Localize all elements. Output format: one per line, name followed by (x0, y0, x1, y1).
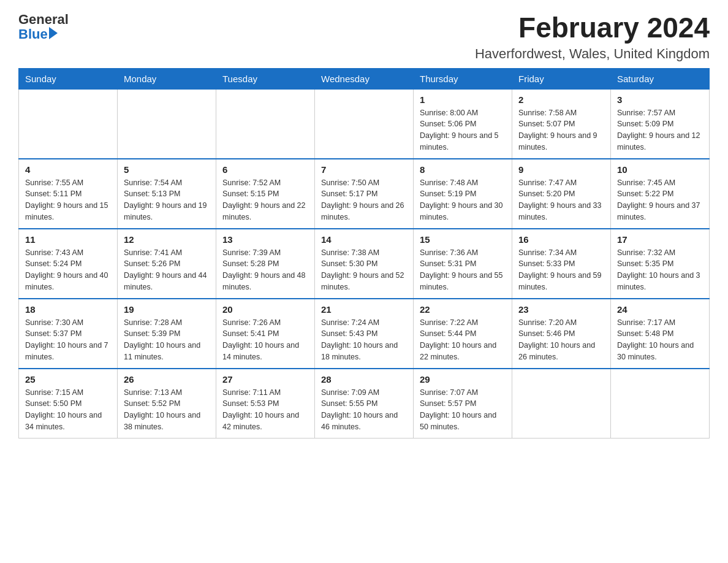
calendar-header-saturday: Saturday (611, 68, 710, 89)
calendar-cell: 9Sunrise: 7:47 AMSunset: 5:20 PMDaylight… (512, 159, 611, 229)
day-info: Sunrise: 7:15 AMSunset: 5:50 PMDaylight:… (25, 387, 111, 433)
day-number: 14 (321, 234, 407, 245)
day-info: Sunrise: 7:32 AMSunset: 5:35 PMDaylight:… (617, 247, 703, 293)
calendar-table: SundayMondayTuesdayWednesdayThursdayFrid… (18, 68, 710, 439)
day-number: 16 (518, 234, 604, 245)
calendar-cell: 28Sunrise: 7:09 AMSunset: 5:55 PMDayligh… (315, 369, 414, 439)
day-number: 18 (25, 304, 111, 315)
calendar-week-row: 18Sunrise: 7:30 AMSunset: 5:37 PMDayligh… (19, 299, 710, 369)
day-info: Sunrise: 7:54 AMSunset: 5:13 PMDaylight:… (124, 177, 210, 223)
calendar-cell: 6Sunrise: 7:52 AMSunset: 5:15 PMDaylight… (216, 159, 315, 229)
day-info: Sunrise: 7:20 AMSunset: 5:46 PMDaylight:… (518, 317, 604, 363)
day-info: Sunrise: 7:47 AMSunset: 5:20 PMDaylight:… (518, 177, 604, 223)
day-info: Sunrise: 7:17 AMSunset: 5:48 PMDaylight:… (617, 317, 703, 363)
day-number: 17 (617, 234, 703, 245)
day-number: 28 (321, 374, 407, 385)
calendar-cell: 12Sunrise: 7:41 AMSunset: 5:26 PMDayligh… (118, 229, 216, 299)
calendar-week-row: 11Sunrise: 7:43 AMSunset: 5:24 PMDayligh… (19, 229, 710, 299)
day-number: 2 (518, 94, 604, 105)
title-section: February 2024 Haverfordwest, Wales, Unit… (475, 12, 710, 62)
day-info: Sunrise: 7:36 AMSunset: 5:31 PMDaylight:… (420, 247, 506, 293)
calendar-header-monday: Monday (118, 68, 216, 89)
day-number: 29 (420, 374, 506, 385)
calendar-header-tuesday: Tuesday (216, 68, 315, 89)
calendar-cell: 22Sunrise: 7:22 AMSunset: 5:44 PMDayligh… (414, 299, 512, 369)
calendar-cell (118, 89, 216, 159)
calendar-cell (611, 369, 710, 439)
day-number: 23 (518, 304, 604, 315)
day-info: Sunrise: 7:38 AMSunset: 5:30 PMDaylight:… (321, 247, 407, 293)
page-title: February 2024 (475, 12, 710, 44)
day-number: 10 (617, 164, 703, 175)
logo-triangle-icon (49, 27, 58, 39)
day-info: Sunrise: 7:57 AMSunset: 5:09 PMDaylight:… (617, 107, 703, 153)
day-info: Sunrise: 7:30 AMSunset: 5:37 PMDaylight:… (25, 317, 111, 363)
day-number: 5 (124, 164, 210, 175)
logo-blue: Blue (18, 27, 48, 42)
day-info: Sunrise: 7:39 AMSunset: 5:28 PMDaylight:… (222, 247, 308, 293)
calendar-cell: 18Sunrise: 7:30 AMSunset: 5:37 PMDayligh… (19, 299, 118, 369)
day-number: 15 (420, 234, 506, 245)
day-number: 1 (420, 94, 506, 105)
day-info: Sunrise: 7:50 AMSunset: 5:17 PMDaylight:… (321, 177, 407, 223)
day-number: 8 (420, 164, 506, 175)
day-number: 22 (420, 304, 506, 315)
day-info: Sunrise: 8:00 AMSunset: 5:06 PMDaylight:… (420, 107, 506, 153)
calendar-cell: 20Sunrise: 7:26 AMSunset: 5:41 PMDayligh… (216, 299, 315, 369)
day-number: 26 (124, 374, 210, 385)
logo: General Blue (18, 12, 69, 42)
day-number: 24 (617, 304, 703, 315)
calendar-header-thursday: Thursday (414, 68, 512, 89)
calendar-cell (512, 369, 611, 439)
day-info: Sunrise: 7:48 AMSunset: 5:19 PMDaylight:… (420, 177, 506, 223)
day-number: 9 (518, 164, 604, 175)
calendar-cell: 21Sunrise: 7:24 AMSunset: 5:43 PMDayligh… (315, 299, 414, 369)
calendar-cell: 4Sunrise: 7:55 AMSunset: 5:11 PMDaylight… (19, 159, 118, 229)
day-number: 25 (25, 374, 111, 385)
day-info: Sunrise: 7:26 AMSunset: 5:41 PMDaylight:… (222, 317, 308, 363)
calendar-cell (19, 89, 118, 159)
calendar-week-row: 1Sunrise: 8:00 AMSunset: 5:06 PMDaylight… (19, 89, 710, 159)
day-info: Sunrise: 7:22 AMSunset: 5:44 PMDaylight:… (420, 317, 506, 363)
day-number: 6 (222, 164, 308, 175)
calendar-cell: 26Sunrise: 7:13 AMSunset: 5:52 PMDayligh… (118, 369, 216, 439)
day-info: Sunrise: 7:58 AMSunset: 5:07 PMDaylight:… (518, 107, 604, 153)
calendar-cell: 27Sunrise: 7:11 AMSunset: 5:53 PMDayligh… (216, 369, 315, 439)
calendar-header-wednesday: Wednesday (315, 68, 414, 89)
day-number: 20 (222, 304, 308, 315)
day-info: Sunrise: 7:28 AMSunset: 5:39 PMDaylight:… (124, 317, 210, 363)
day-info: Sunrise: 7:55 AMSunset: 5:11 PMDaylight:… (25, 177, 111, 223)
day-info: Sunrise: 7:43 AMSunset: 5:24 PMDaylight:… (25, 247, 111, 293)
calendar-cell: 23Sunrise: 7:20 AMSunset: 5:46 PMDayligh… (512, 299, 611, 369)
day-number: 3 (617, 94, 703, 105)
page-header: General Blue February 2024 Haverfordwest… (18, 12, 710, 62)
day-info: Sunrise: 7:41 AMSunset: 5:26 PMDaylight:… (124, 247, 210, 293)
day-info: Sunrise: 7:13 AMSunset: 5:52 PMDaylight:… (124, 387, 210, 433)
day-number: 21 (321, 304, 407, 315)
day-number: 12 (124, 234, 210, 245)
calendar-cell: 25Sunrise: 7:15 AMSunset: 5:50 PMDayligh… (19, 369, 118, 439)
day-info: Sunrise: 7:45 AMSunset: 5:22 PMDaylight:… (617, 177, 703, 223)
calendar-header-friday: Friday (512, 68, 611, 89)
page-subtitle: Haverfordwest, Wales, United Kingdom (475, 46, 710, 62)
calendar-cell: 3Sunrise: 7:57 AMSunset: 5:09 PMDaylight… (611, 89, 710, 159)
calendar-week-row: 25Sunrise: 7:15 AMSunset: 5:50 PMDayligh… (19, 369, 710, 439)
calendar-cell: 11Sunrise: 7:43 AMSunset: 5:24 PMDayligh… (19, 229, 118, 299)
day-number: 27 (222, 374, 308, 385)
day-info: Sunrise: 7:09 AMSunset: 5:55 PMDaylight:… (321, 387, 407, 433)
day-info: Sunrise: 7:52 AMSunset: 5:15 PMDaylight:… (222, 177, 308, 223)
calendar-cell: 13Sunrise: 7:39 AMSunset: 5:28 PMDayligh… (216, 229, 315, 299)
day-info: Sunrise: 7:07 AMSunset: 5:57 PMDaylight:… (420, 387, 506, 433)
day-number: 13 (222, 234, 308, 245)
calendar-week-row: 4Sunrise: 7:55 AMSunset: 5:11 PMDaylight… (19, 159, 710, 229)
calendar-cell: 1Sunrise: 8:00 AMSunset: 5:06 PMDaylight… (414, 89, 512, 159)
day-number: 4 (25, 164, 111, 175)
calendar-cell: 8Sunrise: 7:48 AMSunset: 5:19 PMDaylight… (414, 159, 512, 229)
calendar-cell: 19Sunrise: 7:28 AMSunset: 5:39 PMDayligh… (118, 299, 216, 369)
calendar-cell (315, 89, 414, 159)
day-info: Sunrise: 7:24 AMSunset: 5:43 PMDaylight:… (321, 317, 407, 363)
day-info: Sunrise: 7:34 AMSunset: 5:33 PMDaylight:… (518, 247, 604, 293)
calendar-cell: 7Sunrise: 7:50 AMSunset: 5:17 PMDaylight… (315, 159, 414, 229)
calendar-cell: 2Sunrise: 7:58 AMSunset: 5:07 PMDaylight… (512, 89, 611, 159)
calendar-cell: 17Sunrise: 7:32 AMSunset: 5:35 PMDayligh… (611, 229, 710, 299)
